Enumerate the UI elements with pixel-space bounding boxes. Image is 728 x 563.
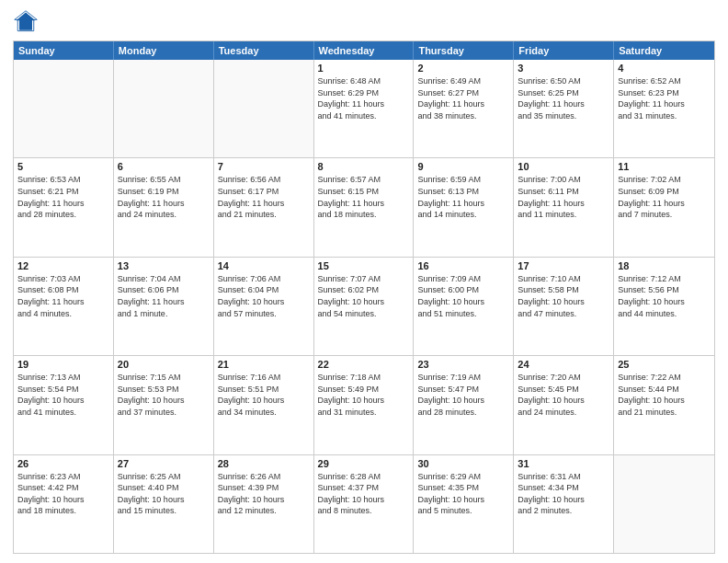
calendar-row: 12Sunrise: 7:03 AM Sunset: 6:08 PM Dayli…: [14, 258, 714, 356]
day-info: Sunrise: 7:19 AM Sunset: 5:47 PM Dayligh…: [417, 372, 509, 418]
day-number: 18: [618, 260, 711, 271]
calendar-cell: 26Sunrise: 6:23 AM Sunset: 4:42 PM Dayli…: [14, 455, 114, 553]
calendar-header-cell: Saturday: [614, 41, 714, 60]
day-number: 13: [118, 260, 210, 271]
calendar-cell: 14Sunrise: 7:06 AM Sunset: 6:04 PM Dayli…: [214, 258, 314, 355]
day-number: 14: [218, 260, 310, 271]
calendar-cell: [614, 455, 714, 553]
day-info: Sunrise: 7:18 AM Sunset: 5:49 PM Dayligh…: [318, 372, 410, 418]
calendar-cell: 29Sunrise: 6:28 AM Sunset: 4:37 PM Dayli…: [314, 455, 415, 553]
logo: [13, 9, 42, 35]
calendar-row: 19Sunrise: 7:13 AM Sunset: 5:54 PM Dayli…: [14, 356, 714, 454]
calendar-cell: 4Sunrise: 6:52 AM Sunset: 6:23 PM Daylig…: [614, 60, 714, 157]
calendar: SundayMondayTuesdayWednesdayThursdayFrid…: [13, 40, 715, 554]
day-info: Sunrise: 6:31 AM Sunset: 4:34 PM Dayligh…: [518, 471, 609, 517]
day-info: Sunrise: 7:02 AM Sunset: 6:09 PM Dayligh…: [618, 174, 711, 220]
day-info: Sunrise: 7:00 AM Sunset: 6:11 PM Dayligh…: [518, 174, 609, 220]
day-number: 4: [618, 63, 711, 74]
calendar-header-cell: Monday: [114, 41, 214, 60]
day-number: 26: [17, 458, 109, 469]
calendar-cell: 12Sunrise: 7:03 AM Sunset: 6:08 PM Dayli…: [14, 258, 114, 355]
calendar-cell: [114, 60, 214, 157]
day-number: 9: [417, 161, 509, 172]
day-number: 11: [618, 161, 711, 172]
calendar-header-cell: Thursday: [414, 41, 514, 60]
calendar-cell: 2Sunrise: 6:49 AM Sunset: 6:27 PM Daylig…: [414, 60, 514, 157]
day-info: Sunrise: 6:52 AM Sunset: 6:23 PM Dayligh…: [618, 75, 711, 121]
calendar-header-cell: Wednesday: [314, 41, 415, 60]
day-number: 5: [17, 161, 109, 172]
day-number: 22: [318, 359, 410, 370]
day-number: 2: [417, 63, 509, 74]
day-info: Sunrise: 6:48 AM Sunset: 6:29 PM Dayligh…: [318, 75, 410, 121]
calendar-header-cell: Friday: [514, 41, 614, 60]
calendar-cell: 28Sunrise: 6:26 AM Sunset: 4:39 PM Dayli…: [214, 455, 314, 553]
calendar-cell: 8Sunrise: 6:57 AM Sunset: 6:15 PM Daylig…: [314, 158, 415, 256]
day-number: 21: [218, 359, 310, 370]
calendar-cell: 22Sunrise: 7:18 AM Sunset: 5:49 PM Dayli…: [314, 356, 415, 454]
calendar-cell: 30Sunrise: 6:29 AM Sunset: 4:35 PM Dayli…: [414, 455, 514, 553]
day-info: Sunrise: 6:29 AM Sunset: 4:35 PM Dayligh…: [417, 471, 509, 517]
day-number: 7: [218, 161, 310, 172]
day-info: Sunrise: 7:10 AM Sunset: 5:58 PM Dayligh…: [518, 273, 609, 319]
day-info: Sunrise: 7:03 AM Sunset: 6:08 PM Dayligh…: [17, 273, 109, 319]
calendar-row: 26Sunrise: 6:23 AM Sunset: 4:42 PM Dayli…: [14, 455, 714, 553]
calendar-cell: 11Sunrise: 7:02 AM Sunset: 6:09 PM Dayli…: [614, 158, 714, 256]
logo-icon: [13, 9, 39, 35]
calendar-cell: 20Sunrise: 7:15 AM Sunset: 5:53 PM Dayli…: [114, 356, 214, 454]
calendar-cell: 19Sunrise: 7:13 AM Sunset: 5:54 PM Dayli…: [14, 356, 114, 454]
calendar-header-cell: Sunday: [14, 41, 114, 60]
day-info: Sunrise: 6:59 AM Sunset: 6:13 PM Dayligh…: [417, 174, 509, 220]
calendar-cell: 7Sunrise: 6:56 AM Sunset: 6:17 PM Daylig…: [214, 158, 314, 256]
calendar-cell: 5Sunrise: 6:53 AM Sunset: 6:21 PM Daylig…: [14, 158, 114, 256]
calendar-cell: 15Sunrise: 7:07 AM Sunset: 6:02 PM Dayli…: [314, 258, 415, 355]
calendar-row: 5Sunrise: 6:53 AM Sunset: 6:21 PM Daylig…: [14, 158, 714, 257]
day-info: Sunrise: 7:04 AM Sunset: 6:06 PM Dayligh…: [118, 273, 210, 319]
calendar-cell: 10Sunrise: 7:00 AM Sunset: 6:11 PM Dayli…: [514, 158, 614, 256]
day-number: 17: [518, 260, 609, 271]
page: SundayMondayTuesdayWednesdayThursdayFrid…: [0, 0, 728, 563]
header: [13, 9, 715, 35]
day-info: Sunrise: 7:12 AM Sunset: 5:56 PM Dayligh…: [618, 273, 711, 319]
calendar-cell: 13Sunrise: 7:04 AM Sunset: 6:06 PM Dayli…: [114, 258, 214, 355]
calendar-cell: 25Sunrise: 7:22 AM Sunset: 5:44 PM Dayli…: [614, 356, 714, 454]
day-number: 3: [518, 63, 609, 74]
calendar-body: 1Sunrise: 6:48 AM Sunset: 6:29 PM Daylig…: [14, 60, 714, 553]
day-number: 8: [318, 161, 410, 172]
day-number: 25: [618, 359, 711, 370]
day-info: Sunrise: 7:06 AM Sunset: 6:04 PM Dayligh…: [218, 273, 310, 319]
day-info: Sunrise: 7:13 AM Sunset: 5:54 PM Dayligh…: [17, 372, 109, 418]
calendar-cell: 27Sunrise: 6:25 AM Sunset: 4:40 PM Dayli…: [114, 455, 214, 553]
day-number: 30: [417, 458, 509, 469]
day-number: 24: [518, 359, 609, 370]
calendar-row: 1Sunrise: 6:48 AM Sunset: 6:29 PM Daylig…: [14, 60, 714, 158]
calendar-cell: 3Sunrise: 6:50 AM Sunset: 6:25 PM Daylig…: [514, 60, 614, 157]
day-number: 10: [518, 161, 609, 172]
calendar-cell: 16Sunrise: 7:09 AM Sunset: 6:00 PM Dayli…: [414, 258, 514, 355]
day-info: Sunrise: 6:25 AM Sunset: 4:40 PM Dayligh…: [118, 471, 210, 517]
calendar-cell: 6Sunrise: 6:55 AM Sunset: 6:19 PM Daylig…: [114, 158, 214, 256]
day-number: 29: [318, 458, 410, 469]
day-info: Sunrise: 6:23 AM Sunset: 4:42 PM Dayligh…: [17, 471, 109, 517]
calendar-cell: 23Sunrise: 7:19 AM Sunset: 5:47 PM Dayli…: [414, 356, 514, 454]
calendar-cell: 21Sunrise: 7:16 AM Sunset: 5:51 PM Dayli…: [214, 356, 314, 454]
day-number: 31: [518, 458, 609, 469]
calendar-header-row: SundayMondayTuesdayWednesdayThursdayFrid…: [14, 41, 714, 60]
calendar-cell: 18Sunrise: 7:12 AM Sunset: 5:56 PM Dayli…: [614, 258, 714, 355]
day-info: Sunrise: 7:22 AM Sunset: 5:44 PM Dayligh…: [618, 372, 711, 418]
day-number: 27: [118, 458, 210, 469]
day-info: Sunrise: 7:16 AM Sunset: 5:51 PM Dayligh…: [218, 372, 310, 418]
day-info: Sunrise: 7:15 AM Sunset: 5:53 PM Dayligh…: [118, 372, 210, 418]
day-info: Sunrise: 6:26 AM Sunset: 4:39 PM Dayligh…: [218, 471, 310, 517]
calendar-cell: [14, 60, 114, 157]
svg-marker-0: [17, 13, 36, 30]
day-number: 6: [118, 161, 210, 172]
day-info: Sunrise: 7:20 AM Sunset: 5:45 PM Dayligh…: [518, 372, 609, 418]
day-number: 19: [17, 359, 109, 370]
day-info: Sunrise: 6:50 AM Sunset: 6:25 PM Dayligh…: [518, 75, 609, 121]
day-info: Sunrise: 6:49 AM Sunset: 6:27 PM Dayligh…: [417, 75, 509, 121]
day-number: 1: [318, 63, 410, 74]
day-info: Sunrise: 6:28 AM Sunset: 4:37 PM Dayligh…: [318, 471, 410, 517]
day-number: 20: [118, 359, 210, 370]
day-number: 15: [318, 260, 410, 271]
